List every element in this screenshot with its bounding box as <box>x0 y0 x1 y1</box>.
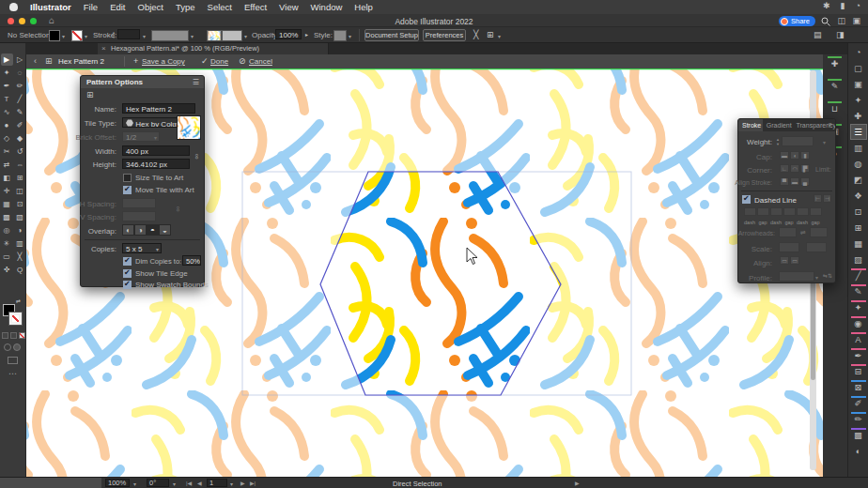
export-panel-icon[interactable]: ⊡ <box>851 205 866 219</box>
menu-item[interactable]: Object <box>138 2 163 12</box>
dashed-line-checkbox[interactable] <box>742 195 751 204</box>
curvature-tool[interactable]: ✏ <box>14 80 26 92</box>
selection-tool[interactable]: ▶ <box>1 53 13 66</box>
blob-brush-tool[interactable]: ● <box>1 119 13 131</box>
size-tile-to-art-checkbox[interactable] <box>123 174 132 182</box>
edit-pattern-icon[interactable]: ✎ <box>828 79 842 93</box>
reflect-tool[interactable]: ⇄ <box>1 159 13 171</box>
preferences-button[interactable]: Preferences <box>423 29 466 41</box>
cancel-link[interactable]: Cancel <box>249 57 272 66</box>
document-tab[interactable]: × Hexagonal Pattern.ai* @ 100 % (RGB/Pre… <box>98 43 329 54</box>
menu-item[interactable]: View <box>279 2 298 12</box>
back-icon[interactable]: ‹ <box>34 57 37 66</box>
blend-tool[interactable]: ◑ <box>14 224 26 236</box>
arrange-documents-icon[interactable]: ╳ <box>473 31 478 39</box>
style-swatch[interactable] <box>333 30 347 41</box>
edit-toolbar-icon[interactable]: ⋯ <box>8 370 17 378</box>
clock-icon[interactable]: ◔ <box>856 2 860 10</box>
width-profile-caret-icon[interactable]: ▾ <box>191 33 194 39</box>
dim-copies-dropdown[interactable]: 50% <box>182 255 201 266</box>
opacity-panel-arrow-icon[interactable]: ▸ <box>305 32 308 38</box>
prev-artboard-icon[interactable]: ◀ <box>197 480 202 486</box>
none-button[interactable] <box>19 332 25 339</box>
menu-item[interactable]: Type <box>176 2 195 12</box>
brush-pattern-thumbnail[interactable] <box>207 30 222 41</box>
pen-panel-icon[interactable]: ✏ <box>851 412 866 426</box>
tab-overflow-icon[interactable]: » <box>829 121 832 128</box>
image-trace-panel-icon[interactable]: ▣ <box>851 77 866 91</box>
stroke-color-swatch[interactable] <box>9 313 22 325</box>
perspective-grid-tool[interactable]: ⊡ <box>14 198 26 210</box>
artboard-tool[interactable]: ▭ <box>1 251 13 263</box>
cap-projecting-icon[interactable]: ▮ <box>800 151 810 160</box>
free-transform-tool[interactable]: ⊞ <box>14 172 26 184</box>
panel-header[interactable]: Pattern Options ☰ <box>81 76 204 88</box>
opacity-field[interactable]: 100% <box>275 29 302 39</box>
stroke-weight-caret-icon[interactable]: ▾ <box>143 33 146 39</box>
shape-builder-tool[interactable]: ◫ <box>14 185 26 197</box>
panel-expand-icon[interactable]: ◨ <box>836 31 845 39</box>
rotation-field[interactable]: 0° <box>147 479 169 487</box>
overlap-top-in-front-icon[interactable]: ◓ <box>147 224 159 236</box>
scissors-tool[interactable]: ✂ <box>1 145 13 158</box>
eraser-tool[interactable]: ◆ <box>14 132 26 145</box>
control-center-icon[interactable]: ✱ <box>823 2 830 10</box>
libraries-thumbnail-icon[interactable]: ▩ <box>851 428 866 442</box>
done-link[interactable]: Done <box>210 57 228 66</box>
menu-item[interactable]: Window <box>311 2 343 12</box>
dock-collapse-icon[interactable]: ▤ <box>814 31 822 39</box>
new-swatch-icon[interactable]: ✚ <box>828 56 842 70</box>
fill-swatch[interactable] <box>49 30 60 41</box>
color-button[interactable] <box>2 332 8 339</box>
brush-caret-icon[interactable]: ▾ <box>244 33 247 39</box>
show-tile-edge-checkbox[interactable] <box>123 269 132 278</box>
pattern-panel-icon[interactable]: ▦ <box>851 236 866 251</box>
save-a-copy-link[interactable]: Save a Copy <box>142 57 185 66</box>
swap-fill-stroke-icon[interactable]: ⇄ <box>16 298 21 304</box>
brush-panel-icon[interactable]: ✦ <box>851 300 866 314</box>
align-stroke-center-icon[interactable]: ▀ <box>780 177 789 186</box>
line-segment-tool[interactable]: ╱ <box>14 93 26 105</box>
corner-bevel-icon[interactable]: ▛ <box>800 164 810 173</box>
direct-selection-tool[interactable]: ▷ <box>14 53 26 66</box>
transparency-panel-icon[interactable]: ◍ <box>851 157 866 171</box>
cap-round-icon[interactable]: ◖ <box>790 151 799 160</box>
panel-tab[interactable]: Stroke <box>738 119 763 131</box>
first-artboard-icon[interactable]: |◀ <box>186 480 192 486</box>
close-tab-icon[interactable]: × <box>101 43 106 54</box>
stroke-style-panel-icon[interactable]: ╱ <box>851 268 866 282</box>
menu-item[interactable]: Edit <box>110 2 125 12</box>
asset-export-panel-icon[interactable]: ⊞ <box>851 221 866 235</box>
menu-item[interactable]: Illustrator <box>30 2 71 12</box>
tile-type-dropdown[interactable]: Hex by Column <box>122 117 180 128</box>
pen-tool[interactable]: ✒ <box>1 80 13 92</box>
stroke-caret-icon[interactable]: ▾ <box>85 33 87 39</box>
artboard-caret-icon[interactable]: ▾ <box>230 480 233 487</box>
corner-round-icon[interactable]: ◠ <box>790 164 799 173</box>
stroke-panel-icon[interactable]: ☰ <box>851 125 866 139</box>
apps-icon[interactable]: ◫ <box>837 17 845 25</box>
align-dash-icon[interactable]: ⊣ <box>823 194 831 203</box>
paragraph-panel-icon[interactable]: ⊟ <box>851 364 866 378</box>
document-setup-button[interactable]: Document Setup <box>364 29 419 41</box>
brush-definition-dropdown[interactable] <box>222 30 242 41</box>
slice-tool[interactable]: ╳ <box>14 251 26 263</box>
panel-menu-icon[interactable]: ☰ <box>193 76 199 88</box>
character-panel-icon[interactable]: A <box>851 332 866 346</box>
glyphs-panel-icon[interactable]: ✒ <box>851 348 866 362</box>
paintbrush-tool[interactable]: ✎ <box>14 106 26 118</box>
hand-tool[interactable]: ✜ <box>1 264 13 276</box>
dim-copies-checkbox[interactable] <box>123 257 132 266</box>
draw-panel-icon[interactable]: ✐ <box>851 396 866 410</box>
layers-panel-icon[interactable]: ❖ <box>851 189 866 203</box>
corner-miter-icon[interactable]: ∟ <box>780 164 789 173</box>
menu-item[interactable]: Effect <box>244 2 267 12</box>
arc-tool[interactable]: ∿ <box>1 106 13 118</box>
mesh-tool[interactable]: ▩ <box>1 211 13 223</box>
overlap-left-in-front-icon[interactable]: ◐ <box>122 224 134 236</box>
tile-width-field[interactable]: 400 px <box>122 145 190 156</box>
menu-item[interactable]: File <box>84 2 98 12</box>
rotation-caret-icon[interactable]: ▾ <box>173 480 176 487</box>
eyedropper-tool[interactable]: ◎ <box>1 224 13 236</box>
stroke-weight-field[interactable] <box>117 29 140 39</box>
